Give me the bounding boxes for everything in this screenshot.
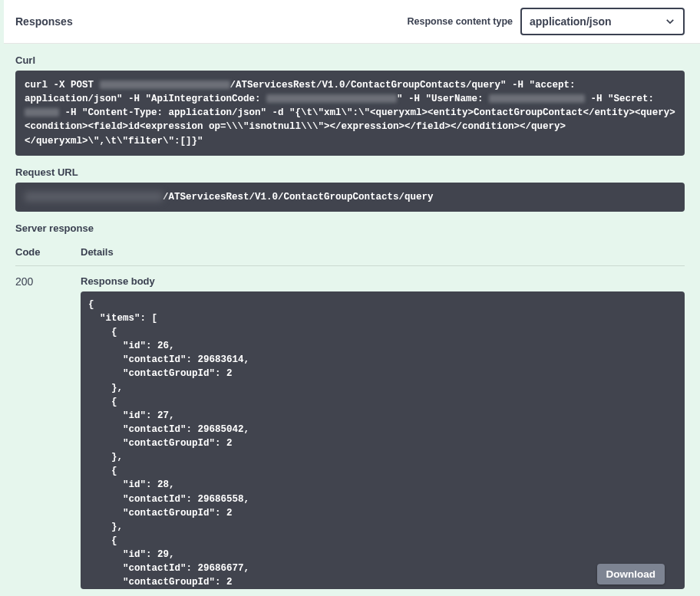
responses-title: Responses xyxy=(15,15,73,28)
curl-text-3: " -H "UserName: xyxy=(397,94,489,104)
response-row: 200 Response body { "items": [ { "id": 2… xyxy=(15,274,685,589)
details-col: Response body { "items": [ { "id": 26, "… xyxy=(81,274,685,589)
request-url-label: Request URL xyxy=(15,166,685,178)
content-type-value: application/json xyxy=(530,15,612,28)
responses-panel: Responses Response content type applicat… xyxy=(0,0,700,596)
response-body[interactable]: { "items": [ { "id": 26, "contactId": 29… xyxy=(81,291,685,589)
curl-label: Curl xyxy=(15,54,685,66)
code-column-header: Code xyxy=(15,246,81,258)
chevron-down-icon xyxy=(665,16,675,27)
status-code: 200 xyxy=(15,274,81,589)
content-type-wrap: Response content type application/json xyxy=(407,8,685,35)
redacted-username xyxy=(489,94,585,103)
server-response-label: Server response xyxy=(15,222,685,234)
curl-code[interactable]: curl -X POST /ATServicesRest/V1.0/Contac… xyxy=(15,71,685,156)
redacted-secret xyxy=(25,108,59,117)
curl-text-1: curl -X POST xyxy=(25,80,100,91)
content-type-label: Response content type xyxy=(407,16,513,27)
details-column-header: Details xyxy=(81,246,114,258)
request-url-path: /ATServicesRest/V1.0/ContactGroupContact… xyxy=(163,192,434,203)
response-body-label: Response body xyxy=(81,275,685,287)
download-button[interactable]: Download xyxy=(597,564,665,584)
responses-header: Responses Response content type applicat… xyxy=(4,0,700,44)
curl-text-4: -H "Secret: xyxy=(585,94,660,104)
responses-body: Curl curl -X POST /ATServicesRest/V1.0/C… xyxy=(4,44,700,596)
curl-text-5: -H "Content-Type: application/json" -d "… xyxy=(25,107,675,146)
redacted-api-code xyxy=(266,94,397,103)
content-type-select[interactable]: application/json xyxy=(520,8,685,35)
request-url-code[interactable]: /ATServicesRest/V1.0/ContactGroupContact… xyxy=(15,183,685,212)
column-headers: Code Details xyxy=(15,246,685,266)
redacted-host xyxy=(100,81,230,89)
redacted-request-host xyxy=(25,192,163,202)
